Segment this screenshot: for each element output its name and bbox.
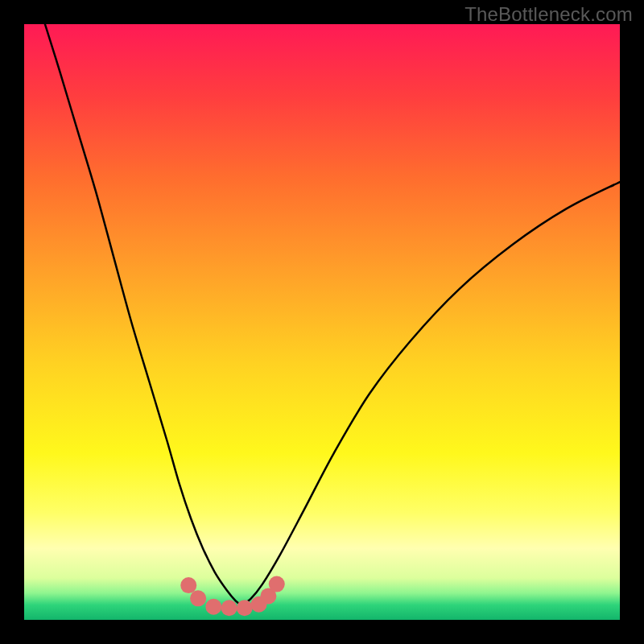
chart-container: TheBottleneck.com [0,0,644,644]
bottleneck-marker [221,600,237,616]
plot-area [24,24,620,620]
bottleneck-marker [237,600,253,616]
bottleneck-marker [269,576,285,592]
bottleneck-marker [190,590,206,606]
gradient-background [24,24,620,620]
bottleneck-marker [180,577,196,593]
chart-svg [24,24,620,620]
watermark-text: TheBottleneck.com [464,3,633,26]
bottleneck-marker [205,599,221,615]
